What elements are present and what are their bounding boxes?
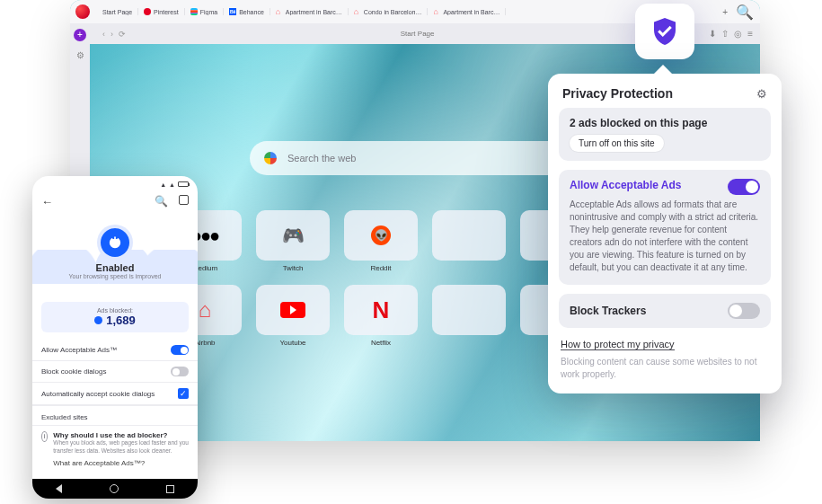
google-icon	[264, 152, 277, 164]
netflix-icon: N	[373, 296, 390, 324]
speeddial-reddit[interactable]: 👽Reddit	[344, 210, 418, 272]
privacy-popover: Privacy Protection ⚙ 2 ads blocked on th…	[548, 74, 782, 393]
popover-title: Privacy Protection	[562, 86, 673, 101]
block-cookie-toggle[interactable]	[171, 367, 189, 376]
block-trackers-card: Block Trackers	[559, 294, 771, 328]
stat-dot-icon	[94, 316, 102, 324]
blocked-ads-card: 2 ads blocked on this page Turn off on t…	[559, 108, 771, 161]
privacy-help-link[interactable]: How to protect my privacy	[561, 339, 675, 350]
airbnb-icon: ⌂	[199, 297, 212, 323]
wifi-icon	[169, 181, 175, 189]
acceptable-ads-toggle[interactable]	[171, 345, 189, 355]
nav-recent-icon[interactable]	[166, 485, 174, 493]
easysetup-icon[interactable]: ≡	[747, 29, 753, 39]
acceptable-ads-card: Allow Acceptable Ads Acceptable Ads allo…	[559, 170, 771, 285]
ads-blocked-stat: Ads blocked: 1,689	[41, 302, 189, 332]
nav-back-icon[interactable]: ‹	[102, 30, 105, 39]
adblock-hero: Enabled Your browsing speed is improved	[32, 210, 198, 296]
row-label: Block cookie dialogs	[41, 367, 106, 376]
download-icon[interactable]: ⬇	[709, 29, 716, 39]
speeddial-tile[interactable]	[432, 210, 506, 272]
shield-check-icon	[649, 15, 681, 48]
search-icon[interactable]: 🔍	[155, 195, 168, 208]
speeddial-youtube[interactable]: Youtube	[256, 285, 330, 347]
turn-off-site-button[interactable]: Turn off on this site	[570, 135, 664, 152]
nav-home-icon[interactable]	[110, 484, 119, 493]
stat-value: 1,689	[106, 314, 136, 327]
info-question-2: What are Acceptable Ads™?	[53, 459, 189, 467]
phone-mockup: ← 🔍 Enabled Your browsing speed is impro…	[32, 176, 198, 499]
tab-airbnb-1[interactable]: ⌂Apartment in Barc…	[270, 8, 349, 15]
tabsearch-icon[interactable]: 🔍	[735, 4, 755, 21]
nav-back-icon[interactable]	[56, 484, 62, 493]
adblock-subtitle: Your browsing speed is improved	[69, 273, 162, 279]
behance-icon: Bē	[229, 8, 236, 15]
adblock-status-label: Enabled	[96, 262, 135, 273]
tab-figma[interactable]: Figma	[185, 8, 224, 15]
info-description: When you block ads, web pages load faste…	[53, 439, 189, 455]
stat-label: Ads blocked:	[47, 307, 183, 314]
snapshot-icon[interactable]: ◎	[734, 29, 742, 39]
row-block-cookie: Block cookie dialogs	[32, 361, 198, 383]
acceptable-ads-title: Allow Acceptable Ads	[570, 179, 681, 191]
tab-airbnb-2[interactable]: ⌂Condo in Barcelon…	[349, 8, 429, 15]
tab-label: Start Page	[102, 9, 132, 15]
row-auto-accept: Automatically accept cookie dialogs ✓	[32, 383, 198, 405]
tab-pinterest[interactable]: Pinterest	[138, 8, 185, 15]
tab-airbnb-3[interactable]: ⌂Apartment in Barc…	[428, 8, 506, 15]
row-acceptable-ads: Allow Acceptable Ads™	[32, 340, 198, 361]
tab-label: Figma	[200, 9, 217, 15]
tab-label: Apartment in Barc…	[286, 9, 342, 15]
power-icon	[108, 235, 122, 250]
phone-toolbar: ← 🔍	[32, 192, 198, 210]
speeddial-netflix[interactable]: NNetflix	[344, 285, 418, 347]
phone-statusbar	[32, 176, 198, 192]
figma-icon	[190, 8, 198, 15]
addressbar-title[interactable]: Start Page	[133, 30, 702, 38]
row-label: Allow Acceptable Ads™	[41, 346, 117, 354]
excluded-sites-section[interactable]: Excluded sites	[32, 405, 198, 425]
row-label: Automatically accept cookie dialogs	[41, 390, 155, 398]
block-trackers-toggle[interactable]	[728, 303, 760, 319]
opera-logo	[75, 4, 90, 19]
airbnb-icon: ⌂	[276, 8, 283, 15]
airbnb-icon: ⌂	[354, 8, 361, 15]
reddit-icon: 👽	[371, 225, 391, 245]
nav-forward-icon[interactable]: ›	[110, 30, 113, 39]
blocked-count-heading: 2 ads blocked on this page	[570, 117, 760, 129]
stop-icon[interactable]	[179, 195, 189, 205]
share-icon[interactable]: ⇧	[721, 29, 729, 39]
android-navbar	[32, 479, 198, 499]
info-block: i Why should I use the ad blocker? When …	[32, 425, 198, 473]
nav-reload-icon[interactable]: ⟳	[119, 30, 126, 39]
adblock-power-button[interactable]	[101, 228, 129, 257]
new-tab-button[interactable]: +	[715, 7, 735, 17]
block-trackers-label: Block Trackers	[570, 305, 646, 317]
search-placeholder: Search the web	[287, 153, 356, 164]
speeddial-tile[interactable]	[432, 285, 506, 347]
tab-label: Pinterest	[154, 9, 179, 15]
battery-icon	[178, 181, 189, 187]
auto-accept-checkbox[interactable]: ✓	[178, 388, 189, 399]
twitch-icon: 🎮	[282, 225, 305, 246]
sidebar-settings-icon[interactable]: ⚙	[76, 50, 84, 60]
acceptable-ads-description: Acceptable Ads allows ad formats that ar…	[570, 199, 760, 274]
pinterest-icon	[144, 8, 151, 15]
speeddial-twitch[interactable]: 🎮Twitch	[256, 210, 330, 272]
tab-behance[interactable]: BēBehance	[224, 8, 270, 15]
tab-label: Apartment in Barc…	[443, 9, 499, 15]
acceptable-ads-toggle[interactable]	[728, 179, 760, 195]
tab-label: Behance	[239, 9, 264, 15]
airbnb-icon: ⌂	[433, 8, 440, 15]
settings-icon[interactable]: ⚙	[756, 87, 767, 101]
signal-icon	[160, 181, 166, 189]
tab-label: Condo in Barcelon…	[364, 9, 422, 15]
youtube-icon	[280, 302, 305, 318]
popover-footnote: Blocking content can cause some websites…	[559, 356, 771, 381]
back-icon[interactable]: ←	[41, 195, 53, 208]
privacy-shield-button[interactable]	[635, 4, 694, 59]
tab-startpage[interactable]: Start Page	[97, 8, 138, 15]
info-question: Why should I use the ad blocker?	[53, 431, 189, 439]
sidebar-add-button[interactable]: +	[74, 29, 86, 41]
info-icon: i	[41, 431, 48, 442]
